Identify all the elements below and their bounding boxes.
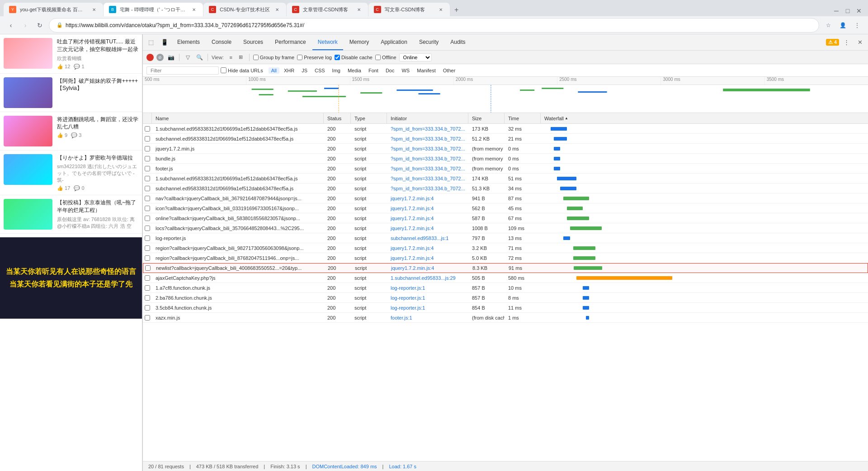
list-item[interactable]: 【初投稿】东京泰迪熊（吼~拖了半年的烂尾工程） 原创截这里 av: 768182… — [0, 195, 142, 234]
timeline[interactable]: 500 ms 1000 ms 1500 ms 2000 ms 2500 ms 3… — [143, 77, 868, 113]
tab-1[interactable]: Y you-get下载视频重命名 百度搜... ✕ — [4, 3, 103, 16]
th-initiator[interactable]: Initiator — [387, 113, 468, 123]
tab-5[interactable]: C 写文章-CSDN博客 ✕ — [368, 3, 450, 16]
list-item[interactable]: 【阿尧】破产姐妹的双子舞+++++【Sylvia】 — [0, 74, 142, 112]
table-row[interactable]: xazx.min.js 200 script footer.js:1 (from… — [143, 313, 868, 323]
list-item[interactable]: 吐血了刚才传错视频TUT..... 最近三次元记录，抽空和舰雄婶一起录 欣赏看蝴… — [0, 34, 142, 74]
table-row[interactable]: 1.subchannel.ed958338312d1f06699a1ef512d… — [143, 124, 868, 134]
tab-application[interactable]: Application — [375, 34, 413, 50]
table-row[interactable]: 1.a7cf8.function.chunk.js 200 script log… — [143, 283, 868, 293]
throttle-select[interactable]: Online — [399, 53, 432, 61]
initiator-link[interactable]: ?spm_id_from=333.334.b_7072... — [391, 166, 465, 171]
tab-3[interactable]: C CSDN-专业IT技术社区 ✕ — [203, 3, 286, 16]
table-row[interactable]: jquery1.7.2.min.js 200 script ?spm_id_fr… — [143, 144, 868, 154]
table-row[interactable]: subchannel.ed958338312d1f06699a1ef512dab… — [143, 184, 868, 193]
camera-button[interactable]: 📷 — [166, 53, 175, 62]
tab-2-close[interactable]: ✕ — [190, 6, 198, 13]
initiator-link[interactable]: jquery1.7.2.min.js:4 — [391, 226, 434, 231]
table-row[interactable]: icon?callback=jqueryCallback_bili_033191… — [143, 203, 868, 213]
table-row[interactable]: region?callback=jqueryCallback_bili_9827… — [143, 243, 868, 253]
row-checkbox[interactable] — [145, 146, 150, 151]
table-row[interactable]: 2.ba786.function.chunk.js 200 script log… — [143, 293, 868, 303]
table-row[interactable]: 1.subchannel.ed958338312d1f06699a1ef512d… — [143, 174, 868, 184]
initiator-link[interactable]: jquery1.7.2.min.js:4 — [391, 196, 434, 201]
forward-button[interactable]: › — [20, 20, 31, 31]
th-status[interactable]: Status — [324, 113, 351, 123]
table-row[interactable]: subchannel.ed958338312d1f06699a1ef512dab… — [143, 134, 868, 144]
row-checkbox[interactable] — [145, 156, 150, 161]
initiator-link[interactable]: ?spm_id_from=333.334.b_7072... — [391, 146, 465, 151]
table-row[interactable]: log-reporter.js 200 script subchannel.ed… — [143, 233, 868, 243]
table-row[interactable]: footer.js 200 script ?spm_id_from=333.33… — [143, 164, 868, 174]
bookmark-button[interactable]: ☆ — [823, 20, 834, 31]
initiator-link[interactable]: ?spm_id_from=333.334.b_7072... — [391, 126, 465, 132]
record-button[interactable] — [146, 54, 154, 61]
filter-input[interactable] — [146, 66, 219, 75]
row-checkbox[interactable] — [145, 216, 150, 221]
devtools-device-btn[interactable]: 📱 — [158, 36, 171, 49]
list-item[interactable]: 将进酒翻跳吼吼，舞蹈室，还没学乱七八糟 👍 9 💬 3 — [0, 112, 142, 151]
load-time[interactable]: Load: 1.67 s — [389, 464, 416, 469]
initiator-link[interactable]: jquery1.7.2.min.js:4 — [391, 265, 434, 271]
tab-performance[interactable]: Performance — [269, 34, 311, 50]
th-name[interactable]: Name — [152, 113, 324, 123]
filter-tab-ws[interactable]: WS — [399, 67, 412, 74]
initiator-link[interactable]: log-reporter.js:1 — [391, 285, 425, 291]
row-checkbox[interactable] — [145, 206, 150, 211]
list-view-icon[interactable]: ≡ — [226, 54, 236, 61]
tab-memory[interactable]: Memory — [344, 34, 374, 50]
tab-console[interactable]: Console — [206, 34, 237, 50]
maximize-button[interactable]: □ — [842, 5, 853, 16]
row-checkbox[interactable] — [145, 295, 150, 301]
row-checkbox[interactable] — [145, 196, 150, 201]
row-checkbox[interactable] — [145, 126, 150, 132]
initiator-link[interactable]: jquery1.7.2.min.js:4 — [391, 255, 434, 261]
clear-button[interactable]: ⊘ — [156, 54, 164, 61]
initiator-link[interactable]: ?spm_id_from=333.334.b_7072... — [391, 136, 465, 141]
filter-tab-doc[interactable]: Doc — [383, 67, 397, 74]
new-tab-button[interactable]: + — [450, 4, 463, 16]
list-item[interactable]: 【りかそよ】罗密欧与辛德瑞拉 sm34221028 逃げ出したいのジュエット、で… — [0, 151, 142, 196]
th-waterfall[interactable]: Waterfall▲ — [541, 113, 868, 123]
row-checkbox[interactable] — [145, 315, 150, 320]
tab-4[interactable]: C 文章管理-CSDN博客 ✕ — [287, 3, 368, 16]
row-checkbox[interactable] — [145, 265, 151, 271]
back-button[interactable]: ‹ — [5, 20, 16, 31]
row-checkbox[interactable] — [145, 236, 150, 241]
tab-2[interactable]: B 宅舞 - 哔哩哔哩（' - 'つロ干杯~ ✕ — [104, 3, 203, 16]
group-by-frame-checkbox[interactable]: Group by frame — [253, 55, 294, 60]
filter-tab-media[interactable]: Media — [345, 67, 364, 74]
initiator-link[interactable]: ?spm_id_from=333.334.b_7072... — [391, 186, 465, 191]
group-view-icon[interactable]: ⊞ — [236, 54, 245, 61]
th-time[interactable]: Time — [505, 113, 541, 123]
table-row[interactable]: 3.5cb84.function.chunk.js 200 script log… — [143, 303, 868, 313]
table-row[interactable]: ajaxGetCaptchaKey.php?js 200 script 1.su… — [143, 273, 868, 283]
tab-elements[interactable]: Elements — [172, 34, 205, 50]
filter-tab-xhr[interactable]: XHR — [281, 67, 297, 74]
row-checkbox[interactable] — [145, 275, 150, 281]
filter-tab-js[interactable]: JS — [299, 67, 310, 74]
devtools-close-btn[interactable]: ✕ — [854, 36, 866, 49]
filter-tab-all[interactable]: All — [269, 67, 279, 74]
row-checkbox[interactable] — [145, 285, 150, 291]
row-checkbox[interactable] — [145, 305, 150, 311]
tab-4-close[interactable]: ✕ — [355, 6, 363, 13]
row-checkbox[interactable] — [145, 176, 150, 181]
tab-security[interactable]: Security — [414, 34, 444, 50]
row-checkbox[interactable] — [145, 186, 150, 191]
tab-3-close[interactable]: ✕ — [274, 6, 281, 13]
initiator-link[interactable]: jquery1.7.2.min.js:4 — [391, 245, 434, 251]
profile-button[interactable]: 👤 — [837, 20, 848, 31]
table-row[interactable]: locs?callback=jqueryCallback_bili_357066… — [143, 223, 868, 233]
tab-network[interactable]: Network — [312, 34, 343, 50]
filter-tab-img[interactable]: Img — [330, 67, 343, 74]
offline-checkbox[interactable]: Offline — [375, 55, 396, 60]
hide-data-urls-checkbox[interactable]: Hide data URLs — [221, 67, 263, 73]
table-row[interactable]: online?callback=jqueryCallback_bili_5838… — [143, 213, 868, 223]
tab-5-close[interactable]: ✕ — [437, 6, 444, 13]
minimize-button[interactable]: ─ — [831, 5, 842, 16]
tab-audits[interactable]: Audits — [445, 34, 471, 50]
table-row[interactable]: nav?callback=jqueryCallback_bili_3679216… — [143, 193, 868, 203]
th-type[interactable]: Type — [351, 113, 387, 123]
tab-sources[interactable]: Sources — [238, 34, 269, 50]
